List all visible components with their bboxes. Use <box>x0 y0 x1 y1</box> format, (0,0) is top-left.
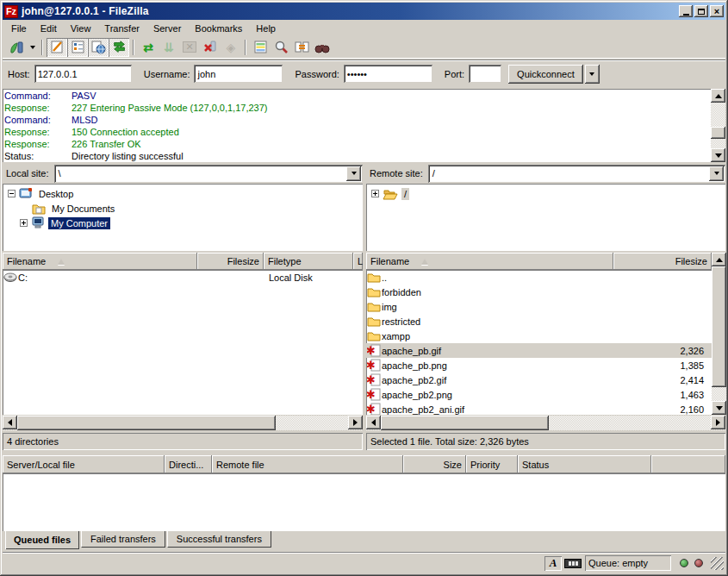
log-scrollbar[interactable] <box>711 89 725 162</box>
minimize-button[interactable] <box>679 5 693 17</box>
column-label: Directi... <box>169 460 203 470</box>
menu-help[interactable]: Help <box>249 22 283 35</box>
filter-button[interactable] <box>312 38 333 57</box>
tree-item-root[interactable]: / <box>368 186 724 201</box>
column-label: Filename <box>7 256 46 266</box>
disconnect-button[interactable] <box>200 38 221 57</box>
column-size[interactable]: Size <box>403 455 466 473</box>
local-file-row[interactable]: C: Local Disk <box>3 270 363 285</box>
site-manager-button[interactable] <box>6 38 27 57</box>
remote-file-row[interactable]: ✱ apache_pb2.png 1,463 <box>366 387 712 402</box>
tab-failed-transfers[interactable]: Failed transfers <box>81 531 165 548</box>
scroll-right-button[interactable] <box>711 416 725 429</box>
directory-comparison-button[interactable] <box>250 38 271 57</box>
scroll-track[interactable] <box>711 103 725 148</box>
local-list-hscrollbar[interactable] <box>3 416 363 430</box>
remote-file-row[interactable]: forbidden <box>366 285 712 299</box>
refresh-button[interactable]: ⇄ <box>138 38 159 57</box>
site-manager-dropdown[interactable] <box>27 38 38 57</box>
find-files-button[interactable] <box>271 38 291 57</box>
toggle-message-log-button[interactable] <box>47 38 67 57</box>
quickconnect-button[interactable]: Quickconnect <box>508 65 583 84</box>
tree-item-my-documents[interactable]: My Documents <box>4 201 361 216</box>
scroll-thumb[interactable] <box>17 416 276 430</box>
remote-file-row-selected[interactable]: ✱ apache_pb.gif 2,326 <box>366 343 712 358</box>
expand-icon[interactable] <box>20 219 28 227</box>
remote-site-combo[interactable]: / <box>428 165 725 183</box>
port-input[interactable] <box>469 65 501 83</box>
collapse-icon[interactable] <box>8 190 16 197</box>
column-direction[interactable]: Directi... <box>165 455 212 473</box>
column-empty[interactable] <box>651 455 725 473</box>
column-remote-file[interactable]: Remote file <box>212 455 403 473</box>
local-site-combo[interactable]: \ <box>54 165 363 183</box>
remote-file-row[interactable]: img <box>366 299 712 314</box>
username-input[interactable] <box>194 65 283 83</box>
remote-file-row[interactable]: restricted <box>366 314 712 329</box>
title-bar[interactable]: Fz john@127.0.0.1 - FileZilla × <box>3 3 725 20</box>
expand-icon[interactable] <box>371 190 379 197</box>
svg-text:✱: ✱ <box>367 344 376 357</box>
scroll-left-button[interactable] <box>3 416 17 429</box>
toggle-queue-button[interactable] <box>109 38 129 57</box>
close-button[interactable]: × <box>710 5 724 17</box>
scroll-right-button[interactable] <box>348 416 363 429</box>
scroll-track[interactable] <box>381 416 711 430</box>
tab-successful-transfers[interactable]: Successful transfers <box>167 531 271 548</box>
data-type-indicator-icon[interactable]: A <box>544 556 562 571</box>
scroll-up-button[interactable] <box>712 253 726 266</box>
remote-file-row[interactable]: ✱ apache_pb2_ani.gif 2,160 <box>366 402 712 415</box>
menu-server[interactable]: Server <box>146 22 188 35</box>
column-filetype[interactable]: Filetype <box>264 253 353 270</box>
process-queue-button[interactable]: ⇊ <box>159 38 179 57</box>
menu-view[interactable]: View <box>64 22 98 35</box>
remote-file-row[interactable]: .. <box>366 270 712 285</box>
column-last-modified[interactable]: L <box>353 253 363 270</box>
abort-button[interactable]: ✕ <box>179 38 200 57</box>
synchronized-browsing-button[interactable] <box>291 38 312 57</box>
scroll-thumb[interactable] <box>711 127 725 139</box>
log-text: 150 Connection accepted <box>72 126 179 138</box>
menu-file[interactable]: File <box>4 22 34 35</box>
column-status[interactable]: Status <box>518 455 651 473</box>
remote-site-dropdown[interactable] <box>709 166 724 181</box>
column-filename[interactable]: Filename <box>366 253 613 270</box>
resize-grip[interactable] <box>711 557 724 570</box>
remote-file-row[interactable]: ✱ apache_pb.png 1,385 <box>366 358 712 373</box>
menu-transfer[interactable]: Transfer <box>97 22 146 35</box>
file-name: apache_pb2.png <box>382 390 617 400</box>
scroll-down-button[interactable] <box>712 401 726 415</box>
scroll-thumb[interactable] <box>381 416 549 430</box>
remote-list-hscrollbar[interactable] <box>366 416 725 430</box>
tree-item-desktop[interactable]: Desktop <box>4 186 361 201</box>
column-filename[interactable]: Filename <box>3 253 197 270</box>
toggle-remote-tree-button[interactable] <box>88 38 109 57</box>
column-priority[interactable]: Priority <box>466 455 518 473</box>
cancel-operation-button[interactable]: ◈ <box>221 38 241 57</box>
remote-file-row[interactable]: ✱ apache_pb2.gif 2,414 <box>366 373 712 387</box>
column-label: Filetype <box>268 256 302 266</box>
remote-file-row[interactable]: xampp <box>366 329 712 343</box>
host-input[interactable] <box>34 65 132 83</box>
password-input[interactable] <box>344 65 432 83</box>
scroll-track[interactable] <box>712 266 726 401</box>
speed-limit-icon[interactable] <box>564 559 582 568</box>
column-filesize[interactable]: Filesize <box>197 253 264 270</box>
local-site-dropdown[interactable] <box>346 166 361 181</box>
remote-list-scrollbar[interactable] <box>712 253 726 415</box>
tab-queued-files[interactable]: Queued files <box>5 531 79 549</box>
menu-bookmarks[interactable]: Bookmarks <box>188 22 249 35</box>
toggle-local-tree-button[interactable] <box>67 38 88 57</box>
tree-item-my-computer[interactable]: My Computer <box>4 216 361 230</box>
queue-list[interactable] <box>3 473 725 531</box>
scroll-up-button[interactable] <box>711 89 725 103</box>
scroll-left-button[interactable] <box>366 416 381 429</box>
quickconnect-dropdown[interactable] <box>585 65 600 84</box>
column-server-local-file[interactable]: Server/Local file <box>3 455 165 473</box>
maximize-button[interactable] <box>694 5 708 17</box>
column-filesize[interactable]: Filesize <box>613 253 712 270</box>
menu-edit[interactable]: Edit <box>34 22 64 35</box>
scroll-thumb[interactable] <box>712 266 726 387</box>
scroll-down-button[interactable] <box>711 148 725 162</box>
scroll-track[interactable] <box>17 416 348 430</box>
